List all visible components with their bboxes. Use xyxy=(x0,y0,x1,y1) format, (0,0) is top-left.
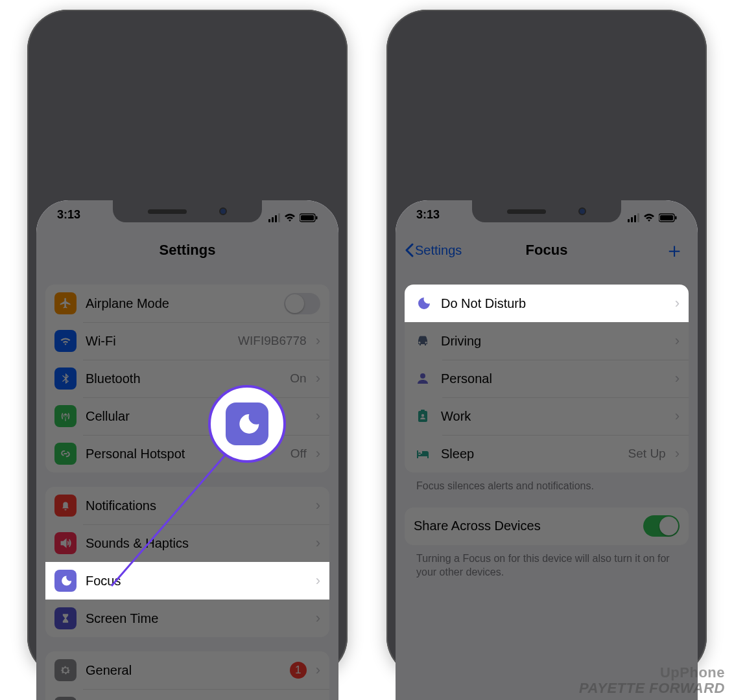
wifi-icon xyxy=(643,213,655,222)
link-icon xyxy=(54,443,77,465)
row-notifications[interactable]: Notifications › xyxy=(45,487,329,524)
row-do-not-disturb[interactable]: Do Not Disturb › xyxy=(405,285,689,322)
phone-left: 3:13 Settings Airplane Mode xyxy=(27,10,348,677)
screen-left: 3:13 Settings Airplane Mode xyxy=(36,200,338,700)
svg-rect-28 xyxy=(421,410,425,412)
focus-content[interactable]: Do Not Disturb › Driving › Personal › xyxy=(396,275,698,700)
row-label: Do Not Disturb xyxy=(441,296,666,311)
svg-point-25 xyxy=(420,373,425,379)
bell-icon xyxy=(54,495,77,517)
chevron-right-icon: › xyxy=(675,295,680,312)
row-share-across-devices[interactable]: Share Across Devices xyxy=(405,508,689,545)
watermark-line2: PAYETTE FORWARD xyxy=(579,681,725,696)
chevron-right-icon: › xyxy=(316,610,320,627)
row-screen-time[interactable]: Screen Time › xyxy=(45,600,329,637)
row-label: Screen Time xyxy=(86,611,307,626)
back-label: Settings xyxy=(415,243,462,258)
row-label: Work xyxy=(441,409,666,424)
bluetooth-icon xyxy=(54,368,77,390)
antenna-icon xyxy=(54,405,77,427)
speaker-icon xyxy=(54,532,77,554)
airplane-toggle[interactable] xyxy=(284,293,320,314)
row-detail: Set Up xyxy=(628,447,666,461)
row-label: Focus xyxy=(86,574,307,589)
chevron-right-icon: › xyxy=(675,332,680,349)
row-sounds[interactable]: Sounds & Haptics › xyxy=(45,524,329,562)
watermark-line1: UpPhone xyxy=(579,665,725,681)
row-detail: On xyxy=(290,371,306,386)
add-button[interactable]: ＋ xyxy=(664,240,685,261)
row-hotspot[interactable]: Personal Hotspot Off › xyxy=(45,435,329,472)
svg-rect-1 xyxy=(301,215,314,220)
chevron-right-icon: › xyxy=(316,662,320,679)
settings-content[interactable]: Airplane Mode Wi-Fi WIFI9B6778 › Bluetoo… xyxy=(36,275,338,700)
chevron-right-icon: › xyxy=(316,408,320,425)
moon-icon xyxy=(414,296,432,311)
row-control-center[interactable]: Control Center › xyxy=(45,689,329,700)
battery-icon xyxy=(659,213,677,222)
notch xyxy=(472,200,621,222)
row-work[interactable]: Work › xyxy=(405,397,689,435)
row-label: Notifications xyxy=(86,498,307,513)
footer-focus-silences: Focus silences alerts and notifications. xyxy=(405,472,689,493)
svg-rect-24 xyxy=(675,216,677,220)
badge-icon xyxy=(414,408,432,424)
airplane-icon xyxy=(54,292,77,314)
chevron-right-icon: › xyxy=(316,332,320,349)
row-detail: Off xyxy=(290,447,307,461)
row-bluetooth[interactable]: Bluetooth On › xyxy=(45,360,329,397)
row-detail: WIFI9B6778 xyxy=(238,334,307,348)
row-cellular[interactable]: Cellular › xyxy=(45,397,329,435)
row-label: Wi-Fi xyxy=(86,334,229,349)
nav-header: Settings xyxy=(36,231,338,269)
chevron-right-icon: › xyxy=(316,572,320,589)
row-label: Bluetooth xyxy=(86,371,281,386)
page-title: Settings xyxy=(160,242,216,259)
battery-icon xyxy=(300,213,318,222)
row-sleep[interactable]: Sleep Set Up › xyxy=(405,435,689,472)
wifi-square-icon xyxy=(54,330,77,352)
back-button[interactable]: Settings xyxy=(405,243,462,258)
chevron-right-icon: › xyxy=(316,535,320,552)
svg-rect-2 xyxy=(316,216,318,220)
chevron-left-icon xyxy=(405,243,414,257)
svg-rect-23 xyxy=(660,215,673,220)
page-title: Focus xyxy=(526,242,568,259)
chevron-right-icon: › xyxy=(316,445,320,462)
group-focus: Notifications › Sounds & Haptics › Focus… xyxy=(45,487,329,637)
row-label: Share Across Devices xyxy=(414,519,634,533)
bed-icon xyxy=(414,446,432,461)
notch xyxy=(113,200,262,222)
row-label: Driving xyxy=(441,334,666,349)
tutorial-image: 3:13 Settings Airplane Mode xyxy=(0,0,734,677)
footer-share-explain: Turning a Focus on for this device will … xyxy=(405,545,689,579)
share-toggle[interactable] xyxy=(643,515,680,537)
cellular-signal-icon xyxy=(628,213,639,222)
row-label: Sleep xyxy=(441,447,619,461)
hourglass-icon xyxy=(54,607,77,629)
chevron-right-icon: › xyxy=(316,497,320,514)
row-label: General xyxy=(86,663,281,678)
chevron-right-icon: › xyxy=(675,445,680,462)
gear-icon xyxy=(54,659,77,681)
cellular-signal-icon xyxy=(268,213,280,222)
row-general[interactable]: General 1 › xyxy=(45,651,329,689)
row-airplane-mode[interactable]: Airplane Mode xyxy=(45,285,329,322)
status-time: 3:13 xyxy=(57,208,80,228)
group-share: Share Across Devices xyxy=(405,508,689,545)
row-personal[interactable]: Personal › xyxy=(405,360,689,397)
group-focus-modes: Do Not Disturb › Driving › Personal › xyxy=(405,285,689,472)
callout-focus-icon xyxy=(208,385,286,463)
chevron-right-icon: › xyxy=(675,370,680,387)
row-wifi[interactable]: Wi-Fi WIFI9B6778 › xyxy=(45,322,329,360)
wifi-icon xyxy=(284,213,296,222)
group-general: General 1 › Control Center › AA Display … xyxy=(45,651,329,700)
sliders-icon xyxy=(54,697,77,700)
watermark: UpPhone PAYETTE FORWARD xyxy=(579,665,725,696)
row-focus[interactable]: Focus › xyxy=(45,562,329,600)
car-icon xyxy=(414,333,432,349)
update-badge: 1 xyxy=(290,662,307,679)
chevron-right-icon: › xyxy=(675,408,680,425)
nav-header: Settings Focus ＋ xyxy=(396,231,698,269)
row-driving[interactable]: Driving › xyxy=(405,322,689,360)
